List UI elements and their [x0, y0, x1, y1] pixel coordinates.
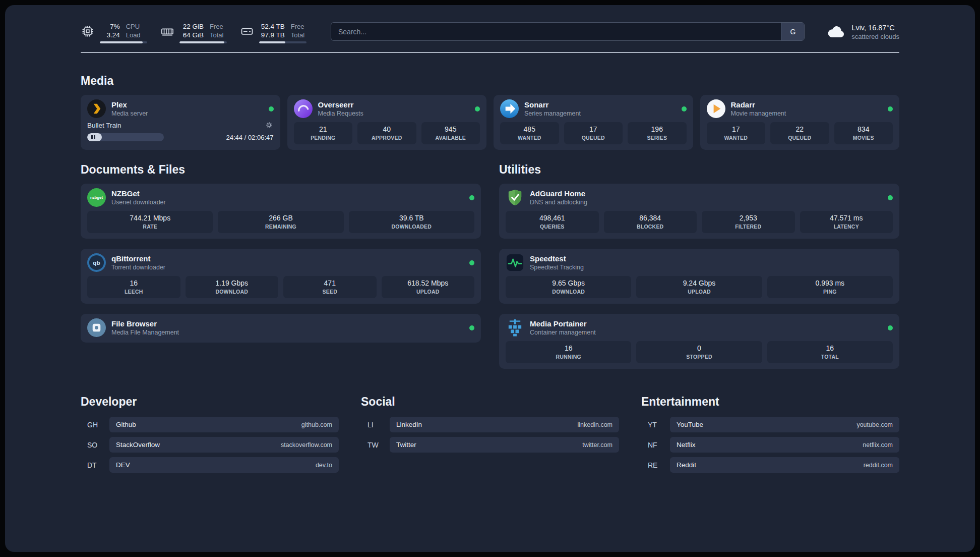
status-dot [469, 325, 474, 330]
overseerr-icon [294, 99, 313, 118]
disk-free-label: Free [291, 23, 307, 30]
search-input[interactable] [331, 23, 781, 40]
service-card-adguard[interactable]: AdGuard Home DNS and adblocking 498,461 … [499, 184, 899, 239]
utilities-column: Utilities AdGuard Home DNS and adblockin… [499, 163, 899, 369]
service-name: Radarr [731, 100, 786, 109]
service-card-sonarr[interactable]: Sonarr Series management 485 WANTED 17 Q… [494, 95, 693, 150]
bookmark-link-linkedin[interactable]: LinkedIn linkedin.com [390, 417, 619, 432]
stat-label: MOVIES [836, 135, 891, 141]
stat-value: 471 [285, 279, 375, 287]
memory-free-label: Free [210, 23, 227, 30]
bookmark-name: Github [116, 421, 136, 428]
stat-queued: 17 QUEUED [564, 122, 623, 144]
sonarr-icon [500, 99, 519, 118]
bookmark-abbr: YT [641, 421, 670, 429]
stat-value: 40 [359, 125, 414, 133]
bookmark-url: reddit.com [864, 462, 893, 469]
plex-icon [87, 99, 106, 118]
pause-icon[interactable] [91, 135, 95, 139]
service-card-qbittorrent[interactable]: qb qBittorrent Torrent downloader 16 LEE… [81, 249, 481, 304]
stat-movies: 834 MOVIES [834, 122, 893, 144]
bookmark-url: dev.to [316, 462, 332, 469]
cpu-usage-label: CPU [126, 23, 147, 30]
cpu-chip-icon [81, 24, 95, 38]
stat-value: 485 [502, 125, 557, 133]
cpu-usage-bar [100, 41, 147, 43]
service-card-plex[interactable]: Plex Media server Bullet Train 24:4 [81, 95, 280, 150]
player-settings-button[interactable] [265, 121, 274, 130]
disk-usage-bar-fill [259, 41, 285, 43]
stat-label: SEED [285, 289, 375, 295]
bookmark-abbr: RE [641, 461, 670, 469]
stat-label: WANTED [709, 135, 764, 141]
service-card-radarr[interactable]: Radarr Movie management 17 WANTED 22 QUE… [700, 95, 900, 150]
stat-total: 16 TOTAL [767, 341, 893, 363]
qbittorrent-icon: qb [87, 253, 106, 272]
service-card-filebrowser[interactable]: File Browser Media File Management [81, 314, 481, 343]
status-dot [682, 106, 687, 112]
stat-stopped: 0 STOPPED [636, 341, 762, 363]
bookmark-link-twitter[interactable]: Twitter twitter.com [390, 437, 619, 453]
service-card-overseerr[interactable]: Overseerr Media Requests 21 PENDING 40 A… [287, 95, 487, 150]
stat-value: 0.993 ms [769, 279, 891, 287]
memory-total-label: Total [210, 31, 227, 39]
service-card-portainer[interactable]: Media Portainer Container management 16 … [499, 314, 899, 369]
stat-value: 21 [296, 125, 351, 133]
bookmark-link-youtube[interactable]: YouTube youtube.com [670, 417, 899, 432]
stat-value: 9.65 Gbps [508, 279, 629, 287]
memory-total-value: 64 GiB [179, 31, 204, 39]
bookmark-url: github.com [301, 421, 332, 428]
bookmark-row: DT DEV dev.to [81, 457, 339, 473]
gear-icon [266, 123, 273, 130]
seek-bar[interactable] [87, 133, 164, 141]
stat-queries: 498,461 QUERIES [506, 211, 599, 233]
service-name: Speedtest [530, 254, 584, 263]
bookmark-name: Netflix [677, 441, 696, 449]
search-bar: G [331, 22, 805, 41]
stat-value: 2,953 [704, 214, 793, 222]
stat-value: 17 [566, 125, 621, 133]
section-title-media: Media [81, 74, 899, 88]
stat-value: 9.24 Gbps [638, 279, 760, 287]
bookmark-name: StackOverflow [116, 441, 160, 449]
service-name: Plex [111, 100, 148, 109]
bookmark-name: YouTube [677, 421, 703, 428]
stat-pending: 21 PENDING [294, 122, 353, 144]
disk-total-value: 97.9 TB [259, 31, 285, 39]
bookmark-link-github[interactable]: Github github.com [109, 417, 339, 432]
service-desc: Media File Management [111, 329, 179, 336]
stat-label: APPROVED [359, 135, 414, 141]
stat-value: 17 [709, 125, 764, 133]
bookmark-url: linkedin.com [578, 421, 612, 428]
stat-label: DOWNLOAD [508, 289, 629, 295]
bookmark-link-reddit[interactable]: Reddit reddit.com [670, 457, 899, 473]
stat-label: UPLOAD [638, 289, 760, 295]
dashboard-panel: 7% CPU 3.24 Load 22 GiB Free 64 GiB Tota… [5, 5, 975, 552]
service-card-nzbget[interactable]: nzbget NZBGet Usenet downloader 744.21 M… [81, 184, 481, 239]
stat-value: 266 GB [220, 214, 341, 222]
stat-value: 16 [508, 344, 629, 352]
service-name: qBittorrent [111, 254, 165, 263]
bookmark-link-netflix[interactable]: Netflix netflix.com [670, 437, 899, 453]
bookmark-row: RE Reddit reddit.com [641, 457, 899, 473]
bookmark-abbr: LI [361, 421, 390, 429]
status-dot [888, 195, 893, 200]
status-dot [469, 195, 474, 200]
stat-label: STOPPED [638, 354, 760, 360]
service-desc: Speedtest Tracking [530, 264, 584, 271]
stat-label: UPLOAD [384, 289, 473, 295]
stat-upload: 9.24 Gbps UPLOAD [636, 276, 762, 298]
bookmark-link-stackoverflow[interactable]: StackOverflow stackoverflow.com [109, 437, 339, 453]
search-engine-button[interactable]: G [781, 23, 804, 40]
service-card-speedtest[interactable]: Speedtest Speedtest Tracking 9.65 Gbps D… [499, 249, 899, 304]
status-dot [888, 106, 893, 112]
speedtest-icon [506, 253, 524, 272]
disk-free-value: 52.4 TB [259, 23, 285, 30]
stat-leech: 16 LEECH [87, 276, 180, 298]
bookmark-row: GH Github github.com [81, 417, 339, 432]
cpu-usage-bar-fill [100, 41, 143, 43]
svg-text:nzbget: nzbget [90, 195, 103, 200]
service-desc: Container management [530, 329, 596, 336]
bookmark-link-dev[interactable]: DEV dev.to [109, 457, 339, 473]
memory-usage-bar-fill [179, 41, 224, 43]
